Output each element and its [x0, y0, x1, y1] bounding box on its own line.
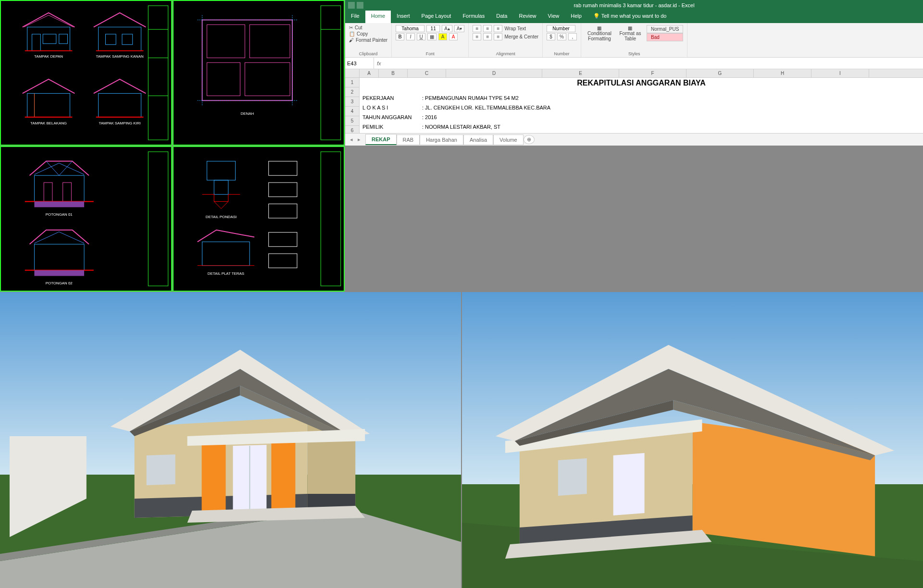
- italic-button[interactable]: I: [406, 33, 415, 40]
- svg-rect-6: [105, 34, 116, 45]
- svg-marker-81: [613, 453, 645, 515]
- svg-rect-14: [148, 6, 168, 140]
- format-painter-icon[interactable]: 🖌: [349, 37, 354, 43]
- save-icon[interactable]: [357, 2, 363, 9]
- align-left-icon[interactable]: ≡: [473, 33, 481, 40]
- tab-file[interactable]: File: [345, 11, 365, 23]
- font-group: A▴ A▾ B I U ▦ A A Font: [392, 23, 469, 57]
- svg-rect-43: [148, 152, 168, 286]
- info-row: PEMILIK: NOORMA LESTARI AKBAR, ST: [360, 124, 923, 133]
- merge-center-button[interactable]: Merge & Center: [504, 34, 538, 39]
- window-title: rab rumah minimalis 3 kamar tidur - asda…: [574, 2, 694, 8]
- align-middle-icon[interactable]: ≡: [483, 25, 492, 32]
- name-box[interactable]: E43: [345, 58, 374, 69]
- svg-rect-45: [214, 180, 228, 195]
- tell-me[interactable]: 💡 Tell me what you want to do: [587, 11, 673, 23]
- info-row: L O K A S I: JL. CENGKEH LOR. KEL.TEMMAL…: [360, 105, 923, 114]
- view-label: DETAIL PONDASI: [206, 215, 237, 219]
- view-label: DENAH: [241, 111, 254, 116]
- sheet-tab-analisa[interactable]: Analisa: [463, 135, 493, 145]
- bold-button[interactable]: B: [396, 33, 404, 40]
- svg-marker-64: [271, 435, 295, 509]
- fx-icon[interactable]: fx: [374, 61, 384, 66]
- style-bad[interactable]: Bad: [647, 33, 683, 41]
- sheet-tab-harga[interactable]: Harga Bahan: [420, 135, 463, 145]
- svg-rect-2: [43, 34, 56, 44]
- tab-page-layout[interactable]: Page Layout: [416, 11, 457, 23]
- border-button[interactable]: ▦: [427, 33, 437, 40]
- sheet-nav-prev-icon[interactable]: ▸: [356, 136, 362, 143]
- view-label: TAMPAK DEPAN: [34, 54, 63, 59]
- svg-rect-5: [99, 27, 141, 50]
- tab-review[interactable]: Review: [513, 11, 542, 23]
- wrap-text-button[interactable]: Wrap Text: [504, 26, 526, 31]
- sheet-content[interactable]: Page 1 REKAPITULASI ANGGARAN BIAYA PEKER…: [360, 78, 923, 133]
- formula-input[interactable]: [384, 58, 923, 69]
- tab-home[interactable]: Home: [365, 11, 391, 23]
- increase-font-icon[interactable]: A▴: [442, 25, 452, 32]
- svg-rect-44: [207, 161, 235, 180]
- tab-data[interactable]: Data: [490, 11, 513, 23]
- decrease-font-icon[interactable]: A▾: [454, 25, 465, 32]
- cad-elevations-panel: TAMPAK DEPAN TAMPAK SAMPING KANAN TAMPAK…: [0, 0, 172, 146]
- cad-sections-panel: POTONGAN 01 POTONGAN 02: [0, 146, 172, 292]
- svg-line-39: [59, 232, 84, 244]
- svg-rect-3: [59, 34, 68, 44]
- font-name-select[interactable]: [396, 25, 424, 32]
- font-color-button[interactable]: A: [449, 33, 458, 40]
- sheet-nav-first-icon[interactable]: ◂: [348, 136, 355, 143]
- cad-floorplan-panel: DENAH: [173, 0, 345, 146]
- percent-icon[interactable]: %: [557, 33, 566, 40]
- svg-rect-33: [34, 175, 84, 201]
- font-size-select[interactable]: [426, 25, 440, 32]
- align-center-icon[interactable]: ≡: [483, 33, 492, 40]
- svg-rect-52: [269, 254, 297, 268]
- comma-icon[interactable]: ,: [568, 33, 577, 40]
- svg-rect-9: [27, 93, 70, 117]
- svg-rect-35: [63, 183, 72, 201]
- clipboard-group: ✂ Cut 📋 Copy 🖌 Format Painter Clipboard: [345, 23, 392, 57]
- copy-icon[interactable]: 📋: [349, 31, 355, 37]
- formula-bar: E43 fx: [345, 58, 923, 69]
- svg-rect-19: [207, 24, 245, 58]
- fill-color-button[interactable]: A: [438, 33, 447, 40]
- 3d-render-front: [0, 292, 461, 588]
- row-headers[interactable]: 1234567891011121314151617181920212223242…: [345, 78, 360, 133]
- align-top-icon[interactable]: ≡: [473, 25, 481, 32]
- sheet-tab-rekap[interactable]: REKAP: [365, 134, 397, 145]
- ribbon-tabs[interactable]: File Home Insert Page Layout Formulas Da…: [345, 11, 923, 23]
- svg-rect-1: [32, 34, 41, 51]
- align-bottom-icon[interactable]: ≡: [494, 25, 502, 32]
- svg-rect-50: [269, 204, 297, 218]
- align-right-icon[interactable]: ≡: [494, 33, 502, 40]
- currency-icon[interactable]: $: [547, 33, 555, 40]
- excel-window: rab rumah minimalis 3 kamar tidur - asda…: [345, 0, 923, 146]
- autosave-icon[interactable]: [348, 2, 355, 9]
- spreadsheet-grid[interactable]: A B C D E F G H I 1234567891011121314151…: [345, 69, 923, 133]
- sheet-tabs-bar: ◂ ▸ REKAP RAB Harga Bahan Analisa Volume…: [345, 133, 923, 146]
- svg-rect-22: [245, 62, 290, 96]
- conditional-formatting-button[interactable]: ▦Conditional Formatting: [585, 25, 614, 41]
- svg-rect-48: [269, 161, 297, 176]
- tab-view[interactable]: View: [542, 11, 565, 23]
- sheet-tab-volume[interactable]: Volume: [493, 135, 524, 145]
- view-label: TAMPAK BELAKANG: [30, 121, 67, 125]
- underline-button[interactable]: U: [417, 33, 425, 40]
- svg-rect-53: [321, 152, 340, 286]
- tab-insert[interactable]: Insert: [391, 11, 416, 23]
- svg-rect-12: [99, 93, 141, 117]
- sheet-tab-rab[interactable]: RAB: [397, 135, 420, 145]
- svg-rect-40: [34, 244, 84, 270]
- tab-help[interactable]: Help: [565, 11, 587, 23]
- cut-icon[interactable]: ✂: [349, 25, 353, 30]
- svg-marker-63: [202, 440, 226, 512]
- svg-rect-37: [34, 201, 84, 207]
- tab-formulas[interactable]: Formulas: [457, 11, 490, 23]
- column-headers[interactable]: A B C D E F G H I: [345, 69, 923, 78]
- format-as-table-button[interactable]: ▦Format as Table: [616, 25, 645, 41]
- style-normal[interactable]: Normal_PUS: [647, 25, 683, 33]
- number-group: $ % , Number: [543, 23, 581, 57]
- add-sheet-button[interactable]: ⊕: [524, 135, 535, 144]
- number-format-select[interactable]: [547, 25, 575, 32]
- svg-rect-42: [34, 270, 84, 276]
